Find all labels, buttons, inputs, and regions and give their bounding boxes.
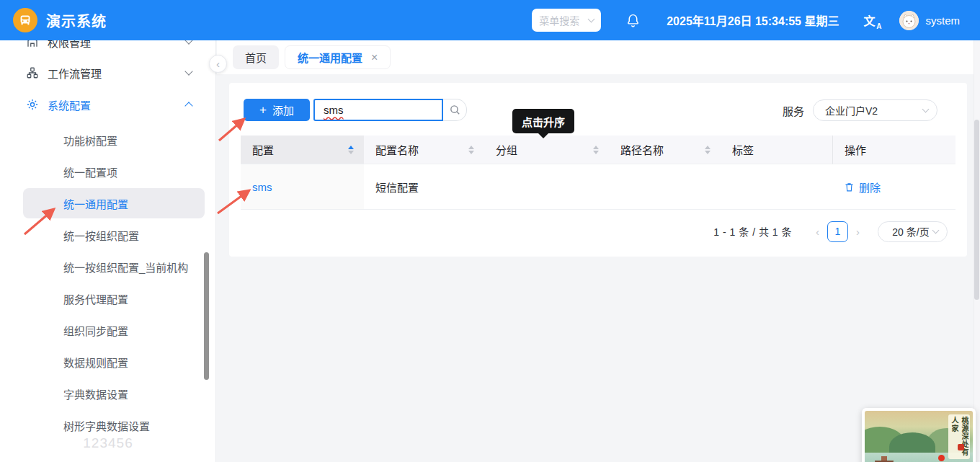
delete-button-label: 删除 [859,179,881,195]
watermark-text: 123456 [0,435,216,451]
notification-bell-icon[interactable] [625,13,641,28]
sort-icon[interactable] [468,146,474,154]
sidebar-subitem-unified-common-config[interactable]: 统一通用配置 [23,188,205,218]
column-header-config[interactable]: 配置 [241,136,364,164]
pagination-summary: 1 - 1 条 / 共 1 条 [713,224,792,239]
top-header: 演示系统 菜单搜索 2025年11月26日 15:34:55 星期三 文A [0,0,980,40]
page-size-value: 20 条/页 [888,224,933,239]
page-scrollbar[interactable] [974,40,980,462]
trash-icon [844,182,855,192]
chevron-down-icon [922,105,930,112]
tab-home[interactable]: 首页 [233,45,279,69]
cell-tags [721,164,832,210]
subitem-label: 组织同步配置 [63,323,128,338]
service-select[interactable]: 企业门户V2 [813,99,937,121]
sidebar-collapse-button[interactable]: ‹ [209,55,227,73]
landscape-painting: 桃源深处有人家 [865,411,973,462]
promo-title-panel: 桃源深处有人家 [948,414,970,459]
cell-group [484,164,609,210]
sidebar-item-label: 系统配置 [48,97,91,112]
prev-page-icon[interactable]: ‹ [816,226,819,238]
column-header-tags[interactable]: 标签 [721,136,832,164]
service-select-value: 企业门户V2 [825,103,923,117]
search-icon [449,104,461,116]
subitem-label: 功能树配置 [63,133,117,148]
menu-search-select[interactable]: 菜单搜索 [532,9,601,32]
column-header-actions: 操作 [832,136,956,164]
user-avatar[interactable] [899,11,919,30]
sort-icon[interactable] [593,146,599,154]
chevron-down-icon [184,67,192,75]
subitem-label: 树形字典数据设置 [63,418,150,433]
sidebar-item-workflow[interactable]: 工作流管理 [0,58,216,88]
content-card: + 添加 sms 服务 企业门户V2 配置 配置名称 [229,83,967,257]
search-input[interactable]: sms [313,99,443,121]
datetime-display: 2025年11月26日 15:34:55 星期三 [667,12,839,29]
config-link[interactable]: sms [252,181,272,193]
page-tabbar: 首页 统一通用配置 × [217,40,980,74]
config-table: 配置 配置名称 分组 路径名称 标签 操作 [241,136,956,210]
sidebar-subitem-org-sync[interactable]: 组织同步配置 [23,315,205,345]
sidebar-subitem-service-proxy[interactable]: 服务代理配置 [23,283,205,314]
promo-title: 桃源深处有人家 [949,417,969,457]
sidebar-subitem-unified-config-item[interactable]: 统一配置项 [23,156,205,187]
page-scrollbar-thumb[interactable] [974,120,979,300]
gear-icon [26,98,40,111]
chevron-down-icon [932,226,940,234]
add-button[interactable]: + 添加 [244,99,310,121]
sidebar-item-label: 工作流管理 [48,66,102,81]
sidebar-subitem-org-config-current[interactable]: 统一按组织配置_当前机构 [23,252,205,282]
language-switch-icon[interactable]: 文A [863,12,875,29]
menu-search-placeholder: 菜单搜索 [539,13,589,27]
pagination: 1 - 1 条 / 共 1 条 ‹ 1 › 20 条/页 [713,221,948,242]
tab-label: 首页 [245,50,267,65]
table-row: sms 短信配置 删除 [241,164,956,210]
cell-actions: 删除 [832,164,956,210]
service-label: 服务 [783,103,804,118]
page-number-button[interactable]: 1 [827,221,848,242]
plus-icon: + [259,103,267,117]
sort-icon[interactable] [705,146,710,154]
red-dot [938,455,945,461]
sidebar-subitem-dict-data[interactable]: 字典数据设置 [23,378,205,409]
app-title: 演示系统 [46,10,107,31]
app-logo-icon[interactable] [13,8,37,32]
sort-tooltip-text: 点击升序 [522,114,565,129]
search-input-value: sms [324,104,344,116]
subitem-label: 字典数据设置 [63,386,128,401]
sidebar: 权限管理 工作流管理 系统配置 功能树配置 统一配置项 统一通用配置 统一按组织… [0,0,216,462]
sidebar-item-system-config[interactable]: 系统配置 [0,89,216,120]
car-icon [17,12,33,28]
username-label[interactable]: system [925,14,960,27]
delete-button[interactable]: 删除 [844,179,881,195]
subitem-label: 服务代理配置 [63,291,128,306]
subitem-label: 统一按组织配置_当前机构 [63,259,188,275]
sidebar-scrollbar[interactable] [204,252,209,380]
promo-image[interactable]: 桃源深处有人家 [862,408,976,462]
tab-label: 统一通用配置 [298,50,362,65]
cell-config-name: 短信配置 [364,164,484,210]
table-header-row: 配置 配置名称 分组 路径名称 标签 操作 [241,136,956,164]
sidebar-subitem-function-tree[interactable]: 功能树配置 [23,125,205,155]
column-header-config-name[interactable]: 配置名称 [364,136,484,164]
sidebar-subitem-org-config[interactable]: 统一按组织配置 [23,220,205,250]
sort-tooltip: 点击升序 [512,109,574,133]
subitem-label: 统一配置项 [63,164,117,179]
add-button-label: 添加 [272,102,294,117]
close-icon[interactable]: × [371,51,378,64]
column-header-path-name[interactable]: 路径名称 [609,136,721,164]
red-seal [958,444,964,450]
page-size-select[interactable]: 20 条/页 [878,221,948,242]
cell-config: sms [241,164,364,210]
sort-icon[interactable] [348,146,354,154]
tab-unified-common-config[interactable]: 统一通用配置 × [285,45,391,69]
subitem-label: 数据规则配置 [63,355,128,370]
chevron-up-icon [184,102,192,110]
subitem-label: 统一通用配置 [63,196,128,211]
search-button[interactable] [443,99,467,121]
workflow-icon [26,66,40,79]
subitem-label: 统一按组织配置 [63,228,139,243]
next-page-icon[interactable]: › [856,226,860,238]
sidebar-subitem-data-rule[interactable]: 数据规则配置 [23,347,205,377]
chevron-down-icon [588,15,595,22]
